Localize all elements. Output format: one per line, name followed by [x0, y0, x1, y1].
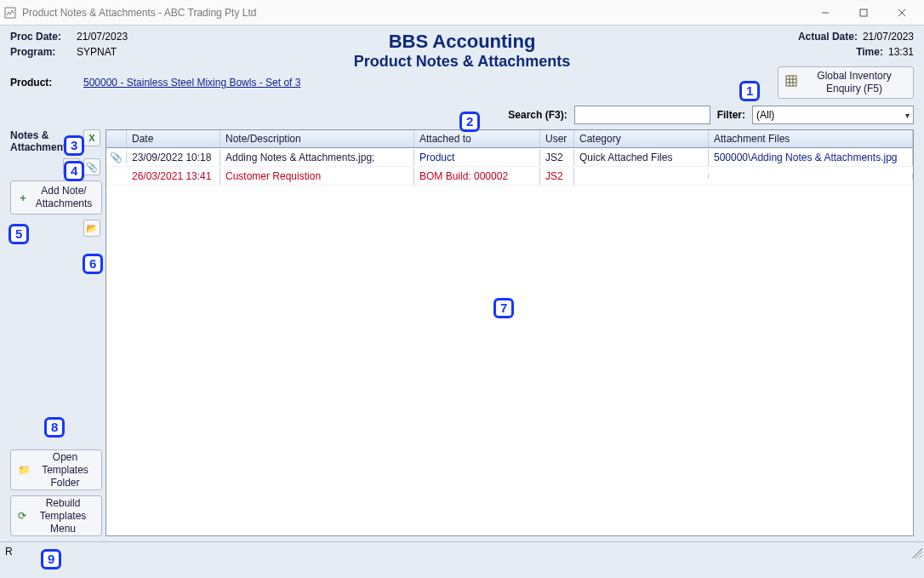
- rebuild-templates-menu-label: Rebuild Templates Menu: [31, 497, 94, 535]
- col-attachment-files[interactable]: Attachment Files: [709, 130, 913, 147]
- col-category[interactable]: Category: [574, 130, 709, 147]
- product-link[interactable]: 500000 - Stainless Steel Mixing Bowls - …: [83, 77, 300, 89]
- filter-select[interactable]: (All) ▾: [752, 106, 914, 124]
- open-folder-button[interactable]: 📂: [83, 220, 100, 237]
- product-label: Product:: [10, 77, 83, 89]
- cell-date: 26/03/2021 13:41: [127, 168, 220, 185]
- row-indicator: 📎: [106, 152, 127, 163]
- proc-date-value: 21/07/2023: [77, 31, 128, 43]
- folder-icon: 📂: [86, 223, 98, 234]
- col-user[interactable]: User: [540, 130, 574, 147]
- time-label: Time:: [856, 46, 883, 58]
- cell-attachment-files: [709, 174, 913, 179]
- actual-date-value: 21/07/2023: [863, 31, 914, 43]
- cell-user: JS2: [540, 149, 574, 166]
- add-note-attachments-button[interactable]: ＋ Add Note/ Attachments: [10, 180, 102, 215]
- cell-category: [574, 174, 709, 179]
- window-close-button[interactable]: [882, 1, 921, 25]
- proc-date-label: Proc Date:: [10, 31, 71, 43]
- status-bar: R: [0, 541, 924, 560]
- open-templates-folder-label: Open Templates Folder: [36, 451, 94, 489]
- search-label: Search (F3):: [508, 109, 567, 121]
- notes-grid[interactable]: Date Note/Description Attached to User C…: [106, 129, 914, 536]
- global-inventory-enquiry-button[interactable]: Global Inventory Enquiry (F5): [778, 66, 914, 99]
- global-inventory-enquiry-label: Global Inventory Enquiry (F5): [802, 70, 906, 95]
- new-document-button[interactable]: 🗎: [63, 158, 80, 175]
- resize-grip-icon[interactable]: [912, 548, 922, 558]
- plus-icon: ＋: [18, 191, 28, 204]
- grid-icon: [785, 75, 797, 90]
- cell-category: Quick Attached Files: [574, 149, 709, 166]
- cell-user: JS2: [540, 168, 574, 185]
- open-templates-folder-button[interactable]: 📁 Open Templates Folder: [10, 449, 102, 490]
- filter-label: Filter:: [717, 109, 745, 121]
- actual-date-label: Actual Date:: [798, 31, 858, 43]
- window-minimize-button[interactable]: [806, 1, 844, 25]
- search-input[interactable]: [574, 106, 710, 124]
- svg-rect-5: [786, 76, 796, 86]
- cell-attached-to: BOM Build: 000002: [414, 168, 540, 185]
- window-maximize-button[interactable]: [844, 1, 882, 25]
- app-icon: [3, 6, 17, 20]
- cell-date: 23/09/2022 10:18: [127, 149, 220, 166]
- table-row[interactable]: 📎23/09/2022 10:18Adding Notes & Attachme…: [106, 148, 913, 167]
- add-note-attachments-label: Add Note/ Attachments: [33, 185, 94, 210]
- refresh-icon: ⟳: [18, 509, 26, 523]
- program-label: Program:: [10, 46, 71, 58]
- chevron-down-icon: ▾: [905, 111, 910, 120]
- filter-select-value: (All): [756, 109, 774, 121]
- window-titlebar: Product Notes & Attachments - ABC Tradin…: [0, 0, 924, 26]
- spreadsheet-icon: X: [88, 133, 94, 143]
- status-text: R: [5, 546, 13, 558]
- program-value: SYPNAT: [77, 46, 117, 58]
- col-date[interactable]: Date: [127, 130, 220, 147]
- table-row[interactable]: 26/03/2021 13:41Customer RequistionBOM B…: [106, 167, 913, 186]
- rebuild-templates-menu-button[interactable]: ⟳ Rebuild Templates Menu: [10, 495, 102, 536]
- export-excel-button[interactable]: X: [83, 129, 100, 146]
- attach-file-button[interactable]: 📎: [83, 158, 100, 175]
- cell-description: Adding Notes & Attachments.jpg;: [220, 149, 414, 166]
- folder-open-icon: 📁: [18, 463, 31, 477]
- col-description[interactable]: Note/Description: [220, 130, 414, 147]
- grid-corner: [106, 130, 127, 147]
- col-attached-to[interactable]: Attached to: [414, 130, 540, 147]
- paperclip-icon: 📎: [86, 162, 98, 173]
- cell-attached-to[interactable]: Product: [414, 149, 540, 166]
- sidebar-section-label: Notes & Attachments:: [10, 129, 80, 153]
- document-icon: 🗎: [67, 162, 77, 172]
- cell-attachment-files[interactable]: 500000\Adding Notes & Attachments.jpg: [709, 149, 913, 166]
- svg-rect-2: [860, 9, 867, 16]
- grid-header: Date Note/Description Attached to User C…: [106, 130, 913, 148]
- window-title: Product Notes & Attachments - ABC Tradin…: [22, 7, 806, 19]
- cell-description: Customer Requistion: [220, 168, 414, 185]
- time-value: 13:31: [888, 46, 914, 58]
- svg-rect-0: [5, 8, 15, 18]
